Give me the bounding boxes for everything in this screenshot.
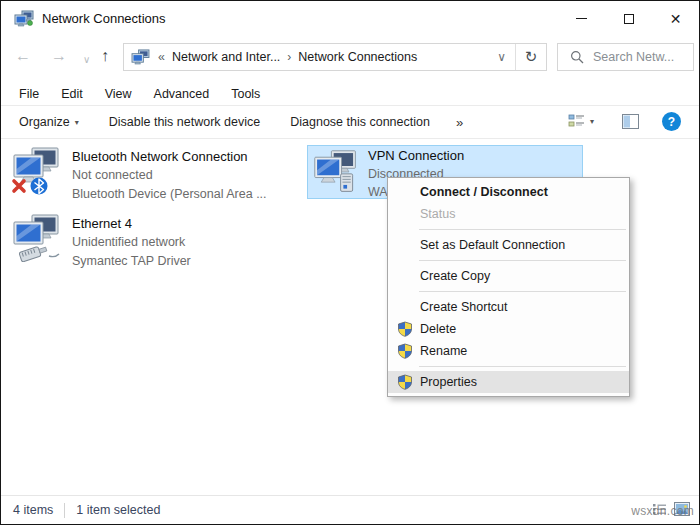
maximize-icon [624, 14, 634, 24]
menu-item-create-shortcut[interactable]: Create Shortcut [388, 296, 629, 318]
command-bar: Organize▾ Disable this network device Di… [1, 106, 699, 138]
network-connections-window: Network Connections ✕ ← → ∨ ↑ « Network … [0, 0, 700, 525]
refresh-icon: ↻ [525, 48, 538, 66]
diagnose-connection-button[interactable]: Diagnose this connection [290, 115, 430, 129]
menu-item-connect-disconnect[interactable]: Connect / Disconnect [388, 181, 629, 203]
menu-item-tools[interactable]: Tools [220, 84, 271, 104]
breadcrumb-item-parent[interactable]: Network and Inter... [172, 50, 280, 64]
connection-name: VPN Connection [368, 147, 464, 165]
chevron-down-icon: ∨ [83, 54, 90, 65]
navigation-toolbar: ← → ∨ ↑ « Network and Inter... › Network… [1, 37, 699, 77]
search-input[interactable] [593, 50, 685, 64]
menu-separator [419, 291, 626, 292]
menu-item-view[interactable]: View [94, 84, 143, 104]
menu-item-file[interactable]: File [8, 84, 50, 104]
address-bar[interactable]: « Network and Inter... › Network Connect… [123, 43, 547, 71]
close-button[interactable]: ✕ [652, 1, 699, 36]
connection-status: Not connected [72, 166, 267, 185]
search-icon [570, 50, 584, 64]
window-title: Network Connections [42, 11, 166, 26]
menu-item-label: Delete [420, 322, 456, 336]
toolbar-overflow-button[interactable]: » [456, 115, 463, 130]
menu-item-label: Properties [420, 375, 477, 389]
menu-separator [419, 260, 626, 261]
breadcrumb-separator-icon: › [287, 50, 291, 64]
address-dropdown-chevron-icon[interactable]: ∨ [497, 50, 506, 64]
connection-name: Bluetooth Network Connection [72, 147, 267, 166]
connection-status: Unidentified network [72, 233, 191, 252]
connection-device: Bluetooth Device (Personal Area ... [72, 185, 267, 204]
help-button[interactable]: ? [662, 112, 681, 131]
menu-item-edit[interactable]: Edit [50, 84, 94, 104]
context-menu: Connect / Disconnect Status Set as Defau… [387, 177, 630, 397]
uac-shield-icon [397, 374, 413, 390]
connection-device: Symantec TAP Driver [72, 252, 191, 271]
divider [64, 503, 65, 518]
watermark: wsxdn.com [631, 504, 694, 518]
breadcrumb-overflow-icon[interactable]: « [158, 50, 165, 64]
ethernet-connection-icon [11, 214, 63, 262]
network-connections-icon [14, 10, 34, 27]
organize-label: Organize [19, 115, 70, 129]
refresh-button[interactable]: ↻ [515, 44, 546, 70]
connections-list: Bluetooth Network Connection Not connect… [1, 139, 699, 495]
change-view-button[interactable]: ▾ [568, 113, 594, 130]
menu-item-delete[interactable]: Delete [388, 318, 629, 340]
menu-item-advanced[interactable]: Advanced [143, 84, 221, 104]
views-icon [568, 113, 585, 130]
window-controls: ✕ [558, 1, 699, 36]
menu-item-properties[interactable]: Properties [388, 371, 629, 393]
title-bar: Network Connections ✕ [1, 1, 699, 36]
up-button[interactable]: ↑ [101, 46, 109, 66]
minimize-icon [576, 18, 587, 19]
disable-device-button[interactable]: Disable this network device [109, 115, 260, 129]
menu-item-label: Rename [420, 344, 467, 358]
address-location-icon [131, 49, 150, 65]
menu-item-status: Status [388, 203, 629, 225]
connection-tile-ethernet[interactable]: Ethernet 4 Unidentified network Symantec… [11, 214, 191, 271]
help-icon: ? [668, 115, 675, 129]
status-bar: 4 items 1 item selected [1, 495, 699, 524]
bluetooth-connection-icon [11, 147, 63, 195]
chevron-down-icon: ▾ [75, 118, 79, 127]
connection-tile-bluetooth[interactable]: Bluetooth Network Connection Not connect… [11, 147, 267, 204]
maximize-button[interactable] [605, 1, 652, 36]
forward-button[interactable]: → [51, 46, 67, 66]
breadcrumb-item-current[interactable]: Network Connections [298, 50, 417, 64]
menu-bar: File Edit View Advanced Tools [1, 82, 699, 105]
back-button[interactable]: ← [15, 46, 31, 66]
search-box[interactable] [557, 43, 694, 71]
menu-separator [419, 229, 626, 230]
menu-item-rename[interactable]: Rename [388, 340, 629, 362]
connection-name: Ethernet 4 [72, 214, 191, 233]
organize-button[interactable]: Organize▾ [19, 115, 79, 129]
menu-item-set-default-connection[interactable]: Set as Default Connection [388, 234, 629, 256]
preview-pane-button[interactable] [622, 114, 639, 132]
vpn-connection-icon [312, 148, 360, 196]
arrow-right-icon: → [51, 47, 67, 64]
recent-locations-button[interactable]: ∨ [83, 50, 90, 70]
items-count: 4 items [13, 503, 53, 517]
minimize-button[interactable] [558, 1, 605, 36]
selection-count: 1 item selected [76, 503, 160, 517]
arrow-left-icon: ← [15, 47, 31, 64]
chevron-down-icon: ▾ [590, 117, 594, 126]
menu-item-create-copy[interactable]: Create Copy [388, 265, 629, 287]
uac-shield-icon [397, 343, 413, 359]
arrow-up-icon: ↑ [101, 47, 109, 64]
preview-pane-icon [622, 114, 639, 129]
uac-shield-icon [397, 321, 413, 337]
close-icon: ✕ [670, 12, 682, 26]
menu-separator [419, 366, 626, 367]
